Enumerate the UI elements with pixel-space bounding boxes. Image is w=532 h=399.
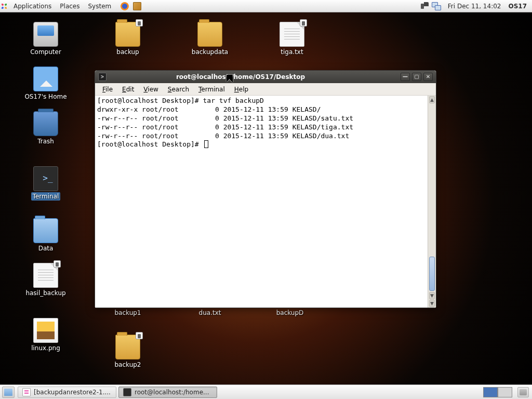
terminal-text-area[interactable]: [root@localhost Desktop]# tar tvf backup…	[95, 96, 428, 308]
document-icon	[22, 388, 31, 396]
terminal-body: [root@localhost Desktop]# tar tvf backup…	[95, 96, 436, 308]
workspace-switcher[interactable]	[483, 387, 514, 397]
desktop-icon-tiga-txt[interactable]: tiga.txt	[267, 22, 317, 56]
label: backupD	[275, 309, 305, 317]
network-icon[interactable]	[432, 2, 441, 10]
desktop[interactable]: Computer OS17's Home Trash Terminal Data…	[0, 12, 532, 384]
label: linux.png	[30, 344, 62, 352]
firefox-launcher-icon[interactable]	[121, 2, 129, 10]
desktop-icon-backupdata[interactable]: backupdata	[185, 22, 235, 56]
clock[interactable]: Fri Dec 11, 14:02	[443, 3, 507, 10]
workspace-2[interactable]	[498, 387, 512, 397]
volume-icon[interactable]	[419, 2, 429, 10]
terminal-scrollbar[interactable]: ▲ ▼ ▼	[428, 96, 436, 308]
desktop-icon-trash[interactable]: Trash	[21, 111, 71, 145]
window-titlebar[interactable]: root@localhost:/home/OS17/Desktop — ▢ ✕	[95, 71, 436, 83]
menu-help[interactable]: Help	[230, 85, 252, 94]
lock-emblem-icon	[136, 19, 143, 26]
label: hasil_backup	[24, 289, 67, 297]
desktop-icon-linux-png[interactable]: linux.png	[21, 318, 71, 352]
scrollbar-up-arrow[interactable]: ▲	[429, 96, 435, 103]
taskbar-item-terminal[interactable]: root@localhost:/home...	[118, 387, 217, 398]
folder-icon	[115, 335, 140, 360]
menu-view[interactable]: View	[139, 85, 162, 94]
desktop-icon-home[interactable]: OS17's Home	[21, 66, 71, 101]
menu-file[interactable]: File	[98, 85, 117, 94]
task-label: root@localhost:/home...	[135, 389, 209, 396]
desktop-icon-backup[interactable]: backup	[103, 22, 153, 56]
label: backup1	[113, 309, 142, 317]
desktop-icon-computer[interactable]: Computer	[21, 22, 71, 56]
workspace-1[interactable]	[483, 387, 498, 397]
menu-applications[interactable]: Applications	[9, 3, 56, 10]
label: dua.txt	[197, 309, 223, 317]
bottom-panel: [backupdanrestore2-1.... root@localhost:…	[0, 384, 532, 399]
label: Trash	[36, 137, 56, 145]
package-updater-icon[interactable]	[133, 2, 141, 10]
terminal-cursor	[204, 140, 208, 148]
scrollbar-down-arrow-2[interactable]: ▼	[429, 300, 435, 307]
terminal-window-icon	[98, 73, 107, 81]
label: backupdata	[190, 48, 230, 56]
menu-terminal[interactable]: Terminal	[194, 85, 229, 94]
task-label: [backupdanrestore2-1....	[34, 389, 111, 396]
scrollbar-down-arrow[interactable]: ▼	[429, 292, 435, 299]
menu-places[interactable]: Places	[56, 3, 84, 10]
folder-icon	[197, 22, 222, 47]
menu-edit[interactable]: Edit	[118, 85, 138, 94]
file-icon	[33, 263, 58, 288]
window-close-button[interactable]: ✕	[423, 73, 433, 81]
terminal-window[interactable]: root@localhost:/home/OS17/Desktop — ▢ ✕ …	[95, 70, 436, 308]
label: tiga.txt	[279, 48, 304, 56]
lock-emblem-icon	[300, 19, 307, 26]
trash-icon	[33, 111, 58, 136]
lock-emblem-icon	[136, 332, 143, 339]
terminal-icon	[123, 388, 131, 396]
label: Computer	[29, 48, 63, 56]
taskbar-item-document[interactable]: [backupdanrestore2-1....	[18, 387, 116, 398]
desktop-icon-hasil-backup[interactable]: hasil_backup	[21, 263, 71, 297]
show-desktop-button[interactable]	[2, 387, 15, 398]
label: backup	[115, 48, 140, 56]
folder-icon	[115, 22, 140, 47]
window-maximize-button[interactable]: ▢	[412, 73, 421, 81]
image-file-icon	[33, 318, 58, 343]
home-folder-icon	[33, 66, 58, 91]
window-minimize-button[interactable]: —	[401, 73, 410, 81]
gnome-foot-icon	[0, 2, 8, 10]
window-title: root@localhost:/home/OS17/Desktop	[110, 73, 397, 81]
desktop-icon-backup2[interactable]: backup2	[103, 335, 153, 369]
desktop-icon-data[interactable]: Data	[21, 218, 71, 252]
mouse-pointer	[227, 75, 234, 85]
desktop-icon-terminal[interactable]: Terminal	[21, 166, 71, 201]
top-panel: Applications Places System Fri Dec 11, 1…	[0, 0, 532, 12]
menu-system[interactable]: System	[84, 3, 115, 10]
menu-search[interactable]: Search	[164, 85, 193, 94]
panel-trash-icon[interactable]	[517, 387, 529, 397]
label: Terminal	[31, 192, 61, 201]
lock-emblem-icon	[54, 260, 61, 268]
file-icon	[280, 22, 304, 47]
computer-icon	[33, 22, 58, 47]
label: Data	[37, 244, 55, 252]
hostname-label[interactable]: OS17	[506, 3, 532, 10]
label: OS17's Home	[23, 92, 68, 101]
terminal-icon	[33, 166, 58, 191]
terminal-menubar: File Edit View Search Terminal Help	[95, 83, 436, 96]
label: backup2	[113, 361, 142, 369]
scrollbar-thumb[interactable]	[429, 257, 435, 291]
folder-icon	[33, 218, 58, 243]
